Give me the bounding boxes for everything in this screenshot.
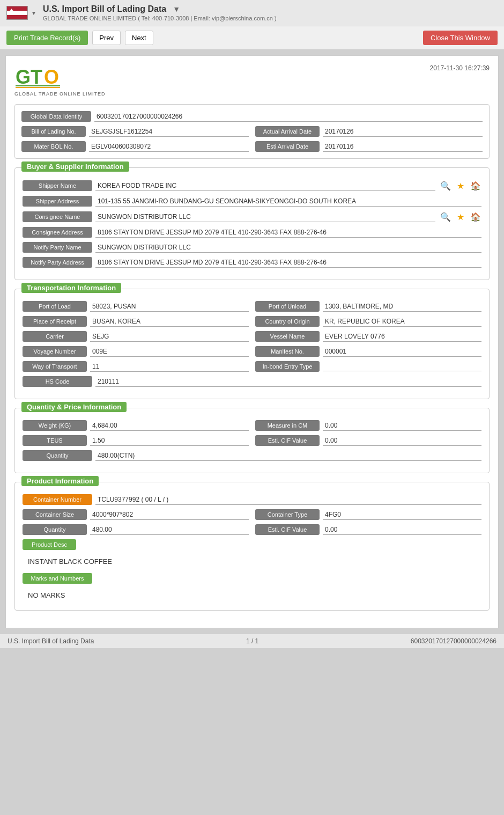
manifest-no-value: 000001 (323, 347, 481, 357)
vessel-name-pair: Vessel Name EVER LOVELY 0776 (255, 331, 481, 342)
consignee-address-row: Consignee Address 8106 STAYTON DRIVE JES… (23, 227, 481, 238)
voyage-number-pair: Voyage Number 009E (23, 346, 249, 357)
svg-text:T: T (31, 66, 42, 88)
flag-icon (6, 6, 28, 20)
product-info-title: Product Information (21, 476, 99, 486)
container-size-type-row: Container Size 4000*907*802 Container Ty… (23, 509, 481, 520)
bottom-bar: U.S. Import Bill of Lading Data 1 / 1 60… (0, 634, 504, 648)
port-of-unload-pair: Port of Unload 1303, BALTIMORE, MD (255, 301, 481, 312)
product-cif-label: Esti. CIF Value (255, 524, 320, 535)
svg-text:G: G (16, 66, 31, 88)
container-type-pair: Container Type 4FG0 (255, 509, 481, 520)
master-bol-pair: Mater BOL No. EGLV040600308072 (21, 141, 249, 152)
place-of-receipt-label: Place of Receipt (23, 316, 87, 327)
port-row: Port of Load 58023, PUSAN Port of Unload… (23, 301, 481, 312)
consignee-address-value: 8106 STAYTON DRIVE JESSUP MD 2079 4TEL 4… (95, 227, 481, 238)
toolbar: Print Trade Record(s) Prev Next Close Th… (0, 26, 504, 50)
product-desc-label-row: Product Desc (23, 539, 481, 550)
marks-label-row: Marks and Numbers (23, 573, 481, 584)
consignee-search-icon[interactable]: 🔍 (440, 211, 451, 223)
transportation-content: Port of Load 58023, PUSAN Port of Unload… (23, 301, 481, 387)
container-size-pair: Container Size 4000*907*802 (23, 509, 249, 520)
consignee-name-value: SUNGWON DISTRIBUTOR LLC (95, 212, 435, 222)
shipper-star-icon[interactable]: ★ (455, 180, 466, 192)
place-of-receipt-value: BUSAN, KOREA (90, 317, 249, 327)
container-type-value: 4FG0 (323, 510, 481, 520)
product-info-section: Product Information Container Number TCL… (14, 482, 490, 611)
shipper-name-row: Shipper Name KOREA FOOD TRADE INC 🔍 ★ 🏠 (23, 180, 481, 192)
next-button[interactable]: Next (125, 31, 153, 45)
logo-row: G T O GLOBAL TRADE ONLINE LIMITED 2017-1… (14, 64, 490, 97)
svg-text:O: O (44, 66, 59, 88)
prev-button[interactable]: Prev (92, 31, 121, 45)
quantity-price-section: Quantity & Price Information Weight (KG)… (14, 408, 490, 473)
notify-party-address-value: 8106 STAYTON DRIVE JESSUP MD 2079 4TEL 4… (95, 258, 481, 268)
print-button[interactable]: Print Trade Record(s) (6, 31, 88, 45)
notify-party-address-row: Notify Party Address 8106 STAYTON DRIVE … (23, 257, 481, 268)
title-dropdown[interactable]: ▼ (173, 5, 180, 13)
way-of-transport-pair: Way of Transport 11 (23, 361, 249, 372)
actual-arrival-value: 20170126 (323, 127, 483, 137)
in-bond-pair: In-bond Entry Type (255, 361, 481, 372)
country-of-origin-pair: Country of Origin KR, REPUBLIC OF KOREA (255, 316, 481, 327)
buyer-supplier-content: Shipper Name KOREA FOOD TRADE INC 🔍 ★ 🏠 … (23, 180, 481, 268)
carrier-label: Carrier (23, 331, 87, 342)
product-cif-pair: Esti. CIF Value 0.00 (255, 524, 481, 535)
voyage-manifest-row: Voyage Number 009E Manifest No. 000001 (23, 346, 481, 357)
teus-value: 1.50 (90, 436, 249, 446)
container-number-row: Container Number TCLU9377992 ( 00 / L / … (23, 494, 481, 505)
transportation-title: Transportation Information (21, 283, 121, 293)
shipper-address-value: 101-135 55 JANGMI-RO BUNDANG-GU SEONGNAM… (95, 196, 481, 207)
way-of-transport-value: 11 (90, 362, 249, 372)
marks-and-numbers-label: Marks and Numbers (23, 573, 92, 584)
global-data-label: Global Data Identity (21, 111, 91, 122)
footer-right: 600320170127000000024266 (411, 637, 496, 645)
teus-label: TEUS (23, 435, 87, 446)
notify-party-name-value: SUNGWON DISTRIBUTOR LLC (95, 243, 481, 253)
product-info-content: Container Number TCLU9377992 ( 00 / L / … (23, 494, 481, 603)
header-subtitle: GLOBAL TRADE ONLINE LIMITED ( Tel: 400-7… (43, 15, 277, 21)
close-button[interactable]: Close This Window (423, 31, 498, 45)
vessel-name-label: Vessel Name (255, 331, 320, 342)
consignee-name-label: Consignee Name (23, 211, 92, 222)
transportation-section: Transportation Information Port of Load … (14, 289, 490, 399)
country-of-origin-value: KR, REPUBLIC OF KOREA (323, 317, 481, 327)
in-bond-label: In-bond Entry Type (255, 361, 320, 372)
consignee-star-icon[interactable]: ★ (455, 211, 466, 223)
port-of-load-pair: Port of Load 58023, PUSAN (23, 301, 249, 312)
global-data-row: Global Data Identity 6003201701270000000… (21, 111, 483, 122)
product-qty-pair: Quantity 480.00 (23, 524, 249, 535)
product-desc-value: INSTANT BLACK COFFEE (23, 554, 481, 569)
product-qty-label: Quantity (23, 524, 87, 535)
timestamp: 2017-11-30 16:27:39 (430, 64, 490, 72)
carrier-value: SEJG (90, 332, 249, 342)
actual-arrival-pair: Actual Arrival Date 20170126 (255, 126, 483, 137)
voyage-number-value: 009E (90, 347, 249, 357)
place-of-receipt-pair: Place of Receipt BUSAN, KOREA (23, 316, 249, 327)
measure-pair: Measure in CM 0.00 (255, 420, 481, 431)
manifest-no-label: Manifest No. (255, 346, 320, 357)
container-size-label: Container Size (23, 509, 87, 520)
logo-svg: G T O (14, 64, 100, 90)
logo-company-name: GLOBAL TRADE ONLINE LIMITED (14, 91, 106, 97)
consignee-home-icon[interactable]: 🏠 (470, 211, 481, 223)
teus-pair: TEUS 1.50 (23, 435, 249, 446)
buyer-supplier-section: Buyer & Supplier Information Shipper Nam… (14, 167, 490, 280)
voyage-number-label: Voyage Number (23, 346, 87, 357)
product-desc-label: Product Desc (23, 539, 76, 550)
bol-value: SEJGSJSLF1612254 (89, 127, 249, 137)
hs-code-value: 210111 (95, 377, 481, 387)
quantity-value: 480.00(CTN) (95, 451, 481, 461)
country-of-origin-label: Country of Origin (255, 316, 320, 327)
esti-arrival-pair: Esti Arrival Date 20170116 (255, 141, 483, 152)
page-title: U.S. Import Bill of Lading Data (43, 4, 166, 14)
toolbar-left: Print Trade Record(s) Prev Next (6, 31, 153, 45)
shipper-search-icon[interactable]: 🔍 (440, 180, 451, 192)
consignee-icons: 🔍 ★ 🏠 (440, 211, 481, 223)
shipper-icons: 🔍 ★ 🏠 (440, 180, 481, 192)
in-bond-value (323, 362, 481, 371)
shipper-home-icon[interactable]: 🏠 (470, 180, 481, 192)
consignee-name-row: Consignee Name SUNGWON DISTRIBUTOR LLC 🔍… (23, 211, 481, 223)
quantity-price-title: Quantity & Price Information (21, 402, 127, 412)
flag-dropdown[interactable]: ▼ (31, 10, 36, 16)
